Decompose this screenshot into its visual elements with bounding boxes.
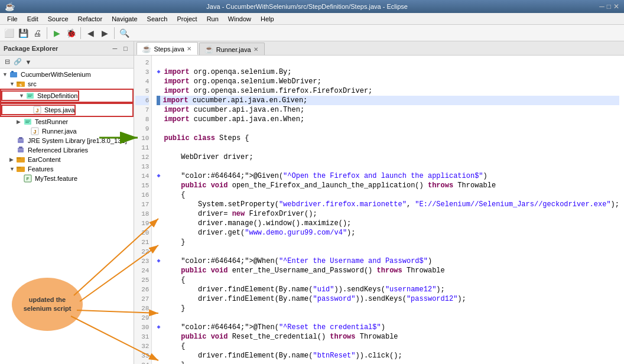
new-button[interactable]: ⬜ — [2, 27, 15, 40]
back-button[interactable]: ◀ — [84, 27, 97, 40]
code-line-4: import org.openqa.selenium.WebDriver; — [157, 77, 619, 86]
package-explorer-header: Package Explorer ─ □ — [0, 41, 134, 56]
svg-rect-22 — [17, 157, 21, 159]
svg-rect-7 — [28, 96, 31, 98]
separator-2 — [80, 27, 81, 39]
callout-text: updated the selenium script — [24, 295, 72, 314]
code-line-31: public void Reset_the_credential() throw… — [157, 332, 619, 342]
code-content[interactable]: ◆import org.openqa.selenium.By;import or… — [152, 56, 624, 364]
menu-help[interactable]: Help — [256, 14, 279, 24]
editor-tabs: ☕ Steps.java ✕ ☕ Runner.java ✕ — [134, 41, 624, 56]
separator-1 — [47, 27, 47, 39]
window-title: Java - CucumberWithSelenium/src/StepDefi… — [15, 3, 599, 10]
svg-rect-1 — [11, 71, 14, 73]
tree-item-cucumber-project[interactable]: ▼CucumberWithSelenium — [0, 70, 134, 79]
tab-steps-close[interactable]: ✕ — [187, 46, 191, 52]
tree-item-ear-content[interactable]: ▶EarContent — [0, 155, 134, 164]
minimize-button[interactable]: ─ — [599, 2, 604, 11]
code-line-28: } — [157, 304, 619, 313]
code-line-12: WebDriver driver; — [157, 152, 619, 162]
code-line-13 — [157, 162, 619, 171]
tree-item-my-feature[interactable]: FMyTest.feature — [0, 174, 134, 183]
svg-rect-18 — [18, 148, 24, 152]
menu-window[interactable]: Window — [223, 14, 256, 24]
tree-item-steps-java[interactable]: JSteps.java — [0, 103, 134, 117]
tab-steps-label: Steps.java — [154, 46, 184, 53]
pe-minimize-button[interactable]: ─ — [110, 44, 119, 53]
code-line-3: ◆import org.openqa.selenium.By; — [157, 67, 619, 77]
code-line-20: driver.get("www.demo.guru99.com/v4"); — [157, 228, 619, 238]
code-line-33: driver.findElement(By.name("btnReset")).… — [157, 351, 619, 360]
tree-item-features[interactable]: ▼Features — [0, 164, 134, 174]
callout-bubble: updated the selenium script — [12, 278, 83, 331]
menu-edit[interactable]: Edit — [22, 14, 43, 24]
menu-navigate[interactable]: Navigate — [107, 14, 142, 24]
main-area: Package Explorer ─ □ ⊟ 🔗 ▼ ▼CucumberWith… — [0, 41, 624, 364]
code-line-18: driver= new FirefoxDriver(); — [157, 209, 619, 219]
menu-source[interactable]: Source — [43, 14, 73, 24]
editor-area: ☕ Steps.java ✕ ☕ Runner.java ✕ 234567891… — [134, 41, 624, 364]
code-line-5: import org.openqa.selenium.firefox.Firef… — [157, 86, 619, 96]
menu-search[interactable]: Search — [142, 14, 173, 24]
svg-rect-12 — [25, 122, 29, 124]
eclipse-icon: ☕ — [5, 2, 15, 11]
toolbar: ⬜ 💾 🖨 ▶ 🐞 ◀ ▶ 🔍 — [0, 25, 624, 41]
tab-runner-java[interactable]: ☕ Runner.java ✕ — [199, 43, 265, 55]
search-button[interactable]: 🔍 — [118, 27, 131, 40]
tab-runner-close[interactable]: ✕ — [254, 46, 258, 53]
svg-rect-10 — [24, 119, 31, 125]
close-button[interactable]: ✕ — [613, 2, 619, 11]
tree-item-ref-libs[interactable]: Referenced Libraries — [0, 145, 134, 155]
svg-rect-11 — [25, 121, 30, 122]
svg-text:s: s — [20, 83, 22, 87]
separator-3 — [114, 27, 115, 39]
svg-rect-0 — [10, 72, 17, 77]
code-line-19: driver.manage().window().maximize(); — [157, 219, 619, 228]
code-line-34: } — [157, 360, 619, 364]
collapse-all-button[interactable]: ⊟ — [2, 57, 12, 67]
code-editor[interactable]: 2345678910111213141516171819202122232425… — [134, 56, 624, 364]
package-explorer-toolbar: ⊟ 🔗 ▼ — [0, 56, 134, 69]
line-numbers: 2345678910111213141516171819202122232425… — [134, 56, 152, 364]
menu-file[interactable]: File — [2, 14, 22, 24]
tab-steps-java[interactable]: ☕ Steps.java ✕ — [136, 42, 197, 55]
forward-button[interactable]: ▶ — [98, 27, 111, 40]
code-line-29 — [157, 313, 619, 323]
code-line-16: { — [157, 190, 619, 200]
package-explorer-title: Package Explorer — [4, 45, 58, 52]
tree-item-jre-lib[interactable]: JRE System Library [jre1.8.0_131] — [0, 136, 134, 145]
view-menu-button[interactable]: ▼ — [24, 57, 33, 67]
code-line-17: System.setProperty("webdriver.firefox.ma… — [157, 200, 619, 209]
tab-runner-label: Runner.java — [216, 46, 251, 53]
tree-item-test-runner[interactable]: ▶TestRunner — [0, 117, 134, 126]
pe-maximize-button[interactable]: □ — [121, 44, 130, 53]
tree-item-step-def[interactable]: ▼StepDefinition — [0, 89, 134, 103]
svg-rect-16 — [19, 137, 22, 139]
code-line-14: ◆ "color:#646464;">@Given("^Open the Fir… — [157, 171, 619, 181]
menu-run[interactable]: Run — [202, 14, 223, 24]
code-line-6: import cucumber.api.java.en.Given; — [157, 96, 619, 105]
print-button[interactable]: 🖨 — [31, 27, 44, 40]
menu-refactor[interactable]: Refactor — [73, 14, 108, 24]
svg-rect-19 — [19, 147, 22, 148]
svg-rect-24 — [17, 167, 21, 168]
save-button[interactable]: 💾 — [17, 27, 30, 40]
code-line-8: import cucumber.api.java.en.When; — [157, 115, 619, 124]
code-line-15: public void open_the_Firefox_and_launch_… — [157, 181, 619, 190]
tree-item-runner-java[interactable]: JRunner.java — [0, 126, 134, 136]
svg-rect-5 — [27, 93, 34, 99]
svg-text:J: J — [33, 129, 36, 135]
code-line-32: { — [157, 342, 619, 351]
link-editor-button[interactable]: 🔗 — [13, 57, 22, 67]
menu-project[interactable]: Project — [172, 14, 202, 24]
code-line-25: { — [157, 275, 619, 285]
tree-item-src[interactable]: ▼ssrc — [0, 79, 134, 89]
code-line-23: ◆ "color:#646464;">@When("^Enter the Use… — [157, 256, 619, 266]
code-line-11 — [157, 143, 619, 152]
code-line-24: public void enter_the_Username_and_Passw… — [157, 266, 619, 275]
maximize-button[interactable]: □ — [607, 2, 611, 11]
run-button[interactable]: ▶ — [50, 27, 63, 40]
debug-button[interactable]: 🐞 — [64, 27, 77, 40]
code-line-10: public class Steps { — [157, 134, 619, 143]
code-line-2 — [157, 58, 619, 67]
